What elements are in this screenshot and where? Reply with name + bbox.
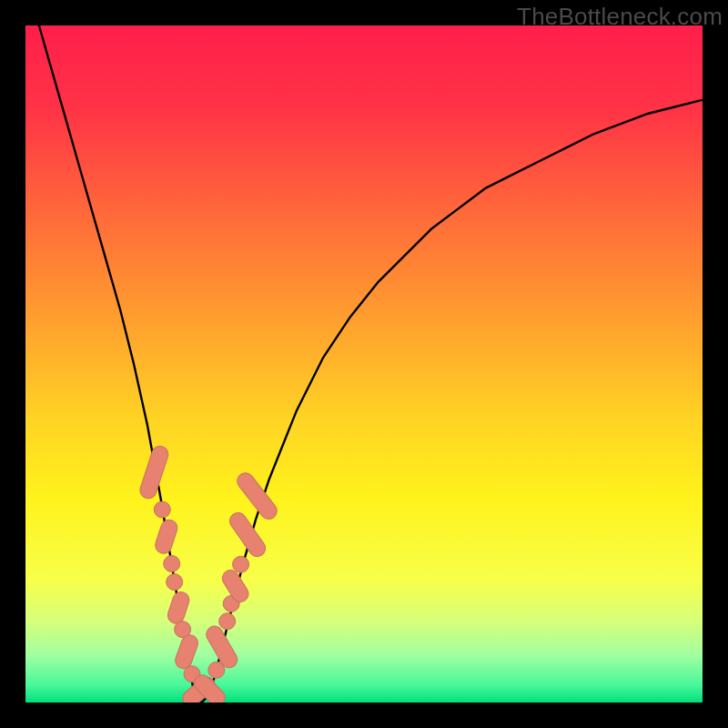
marker-dot <box>219 613 236 630</box>
marker-dot <box>233 556 249 572</box>
chart-frame: TheBottleneck.com <box>0 0 728 728</box>
chart-svg <box>25 25 703 703</box>
marker-dot <box>164 555 180 571</box>
marker-dot <box>154 501 170 518</box>
gradient-background <box>25 25 703 703</box>
plot-area <box>25 25 703 703</box>
marker-dot <box>167 574 183 591</box>
watermark-label: TheBottleneck.com <box>517 3 723 31</box>
